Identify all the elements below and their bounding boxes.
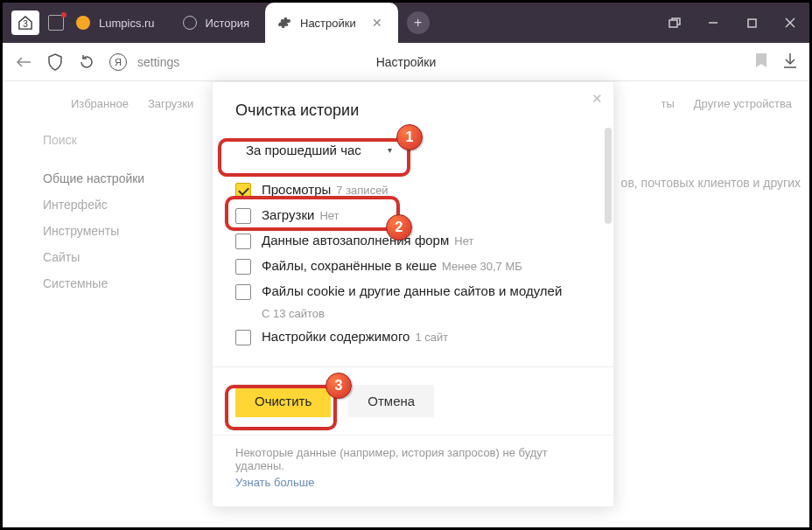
window-minimize-button[interactable] [694, 3, 732, 43]
learn-more-link[interactable]: Узнать больше [235, 476, 591, 489]
option-downloads[interactable]: ЗагрузкиНет [235, 207, 591, 224]
settings-search-input[interactable]: Поиск [43, 133, 169, 147]
url-text: settings [137, 55, 179, 69]
download-icon[interactable] [783, 52, 797, 71]
option-label: Данные автозаполнения форм [262, 233, 449, 248]
sidebar-item[interactable]: Системные [43, 276, 169, 290]
option-label: Файлы, сохранённые в кеше [262, 258, 437, 273]
sidebar-item[interactable]: Общие настройки [43, 171, 169, 185]
nav-item[interactable]: ты [661, 97, 674, 110]
sidebar-item[interactable]: Сайты [43, 250, 169, 264]
chevron-down-icon: ▾ [388, 145, 392, 155]
option-sub: Нет [319, 209, 339, 222]
option-views[interactable]: Просмотры7 записей [235, 182, 591, 199]
dialog-close-button[interactable]: ✕ [592, 91, 603, 107]
nav-item[interactable]: Другие устройства [694, 97, 792, 110]
back-button[interactable] [15, 53, 32, 71]
footer-note: Некоторые данные (например, история запр… [235, 446, 548, 472]
window-maximize-button[interactable] [732, 3, 771, 43]
extensions-icon[interactable] [48, 15, 64, 31]
option-label: Загрузки [262, 207, 314, 222]
clear-options-list: Просмотры7 записей ЗагрузкиНет Данные ав… [235, 182, 591, 345]
option-sub: С 13 сайтов [262, 307, 325, 320]
cancel-button[interactable]: Отмена [348, 385, 434, 417]
svg-rect-2 [748, 19, 756, 27]
gear-icon [277, 16, 291, 30]
option-cookies[interactable]: Файлы cookie и другие данные сайтов и мо… [235, 283, 591, 320]
option-autofill[interactable]: Данные автозаполнения формНет [235, 233, 591, 249]
home-button[interactable]: 3 [11, 10, 39, 35]
bg-text-fragment: ов, почтовых клиентов и других [621, 176, 801, 190]
nav-item[interactable]: Избранное [71, 97, 129, 110]
clear-button[interactable]: Очистить [235, 385, 331, 417]
close-tab-icon[interactable]: ✕ [372, 16, 382, 30]
option-label: Настройки содержимого [262, 329, 410, 344]
option-sub: Нет [454, 234, 473, 248]
tab-label: Lumpics.ru [99, 17, 155, 30]
option-cache[interactable]: Файлы, сохранённые в кешеМенее 30,7 МБ [235, 258, 591, 275]
sidebar-item[interactable]: Инструменты [43, 224, 169, 238]
nav-item[interactable]: Загрузки [148, 97, 193, 110]
settings-sidebar: Поиск Общие настройки Интерфейс Инструме… [3, 133, 169, 290]
checkbox-icon[interactable] [235, 284, 251, 300]
sidebar-item[interactable]: Интерфейс [43, 198, 169, 212]
tab-label: История [206, 17, 249, 30]
bookmark-icon[interactable] [755, 52, 767, 71]
clock-icon [183, 16, 197, 30]
protect-icon[interactable] [46, 53, 64, 71]
address-bar[interactable]: Я settings [109, 53, 179, 71]
page-title: Настройки [376, 55, 437, 69]
checkbox-icon[interactable] [235, 330, 251, 345]
window-close-button[interactable] [771, 3, 809, 43]
reload-button[interactable] [78, 53, 95, 71]
favicon-lumpics-icon [76, 16, 90, 30]
new-tab-button[interactable]: + [407, 11, 430, 34]
titlebar: 3 Lumpics.ru История Настройки ✕ + [3, 3, 809, 43]
option-sub: Менее 30,7 МБ [442, 260, 522, 273]
option-sub: 1 сайт [415, 331, 448, 344]
scrollbar[interactable] [605, 128, 612, 224]
annotation-badge-3: 3 [326, 373, 352, 399]
site-letter-icon: Я [109, 53, 127, 71]
time-range-dropdown[interactable]: За прошедший час ▾ [235, 136, 402, 164]
checkbox-icon[interactable] [235, 208, 251, 224]
collapse-tabs-icon[interactable] [655, 3, 694, 43]
tab-settings[interactable]: Настройки ✕ [265, 3, 398, 43]
home-tab-count: 3 [23, 19, 28, 29]
checkbox-icon[interactable] [235, 183, 251, 199]
checkbox-icon[interactable] [235, 259, 251, 275]
toolbar: Я settings Настройки [3, 43, 809, 81]
option-sub: 7 записей [336, 184, 388, 197]
tab-label: Настройки [300, 17, 356, 30]
checkbox-icon[interactable] [235, 234, 251, 249]
tab-lumpics[interactable]: Lumpics.ru [64, 3, 171, 43]
option-label: Просмотры [262, 182, 331, 197]
page-content: Избранное Загрузки ты Другие устройства … [3, 81, 809, 527]
option-label: Файлы cookie и другие данные сайтов и мо… [262, 283, 562, 298]
option-content-settings[interactable]: Настройки содержимого1 сайт [235, 329, 591, 345]
dialog-footer: Некоторые данные (например, история запр… [213, 435, 613, 506]
annotation-badge-1: 1 [396, 124, 423, 150]
tab-history[interactable]: История [171, 3, 265, 43]
svg-rect-0 [669, 20, 677, 27]
app-window: 3 Lumpics.ru История Настройки ✕ + [0, 0, 812, 530]
dialog-title: Очистка истории [235, 101, 591, 120]
dropdown-value: За прошедший час [246, 143, 361, 157]
annotation-badge-2: 2 [386, 214, 412, 241]
